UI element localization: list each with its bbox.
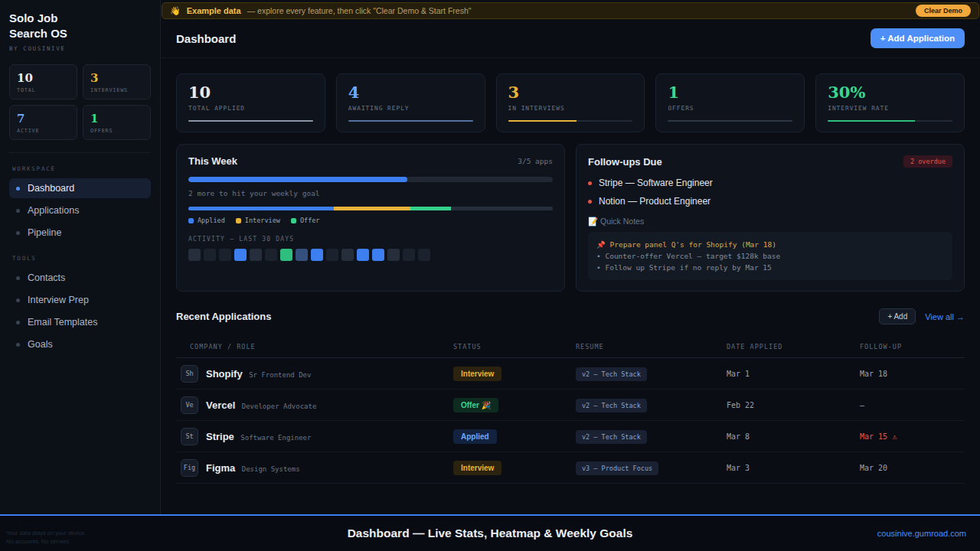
app-byline: BY COUSINIVE [9,45,151,52]
company-cell: Fig Figma Design Systems [176,459,453,477]
sidebar-item-contacts[interactable]: Contacts [9,268,151,288]
nav-dot-icon [16,298,20,302]
nav-dot-icon [16,231,20,235]
stat-label: OFFERS [90,128,143,134]
resume-chip[interactable]: v2 – Tech Stack [576,367,647,381]
followup-text: Stripe — Software Engineer [599,178,713,188]
legend-interview: Interview [236,217,280,224]
sidebar-item-applications[interactable]: Applications [9,201,151,220]
stat-value: 1 [90,112,143,126]
company-text: Stripe Software Engineer [206,429,311,443]
privacy-note: Your data stays on your device. No accou… [6,529,86,546]
breakdown-offer-segment [410,207,450,210]
note-line: • Counter-offer Vercel — target $128k ba… [596,250,944,262]
nav-label: Dashboard [28,183,74,194]
followups-title: Follow-ups Due [588,156,662,168]
nav-heading-tools: TOOLS [12,255,148,262]
stat-label: TOTAL APPLIED [188,105,313,112]
status-cell: Offer 🎉 [453,397,576,412]
heatmap-cell [357,249,369,261]
resume-chip[interactable]: v2 – Tech Stack [576,430,647,444]
stat-card-interview-rate: 30% INTERVIEW RATE [815,73,965,132]
table-row-figma[interactable]: Fig Figma Design Systems Interview v3 – … [176,452,965,484]
status-cell: Applied [453,429,576,444]
nav-label: Interview Prep [28,295,89,305]
stat-bar [668,120,792,122]
breakdown-applied-segment [188,207,334,210]
stat-value: 4 [348,83,473,102]
legend-swatch-interview [236,218,241,223]
sidebar-stat-active: 7 ACTIVE [9,105,77,140]
column-status: STATUS [453,343,576,350]
resume-chip[interactable]: v3 – Product Focus [576,461,658,475]
stat-card-offers: 1 OFFERS [655,73,805,132]
sidebar-item-pipeline[interactable]: Pipeline [9,223,151,243]
add-application-button[interactable]: + Add Application [871,28,965,48]
nav-dot-icon [16,276,20,280]
followup-item[interactable]: Stripe — Software Engineer [588,178,952,188]
followup-item[interactable]: Notion — Product Engineer [588,196,952,207]
nav-heading-workspace: WORKSPACE [12,165,148,172]
status-badge[interactable]: Offer 🎉 [453,398,498,412]
resume-cell: v2 – Tech Stack [576,397,727,412]
view-all-link[interactable]: View all → [925,312,965,321]
gumroad-link[interactable]: cousinive.gumroad.com [877,529,966,538]
table-row-vercel[interactable]: Ve Vercel Developer Advocate Offer 🎉 v2 … [176,390,965,421]
followups-card: Follow-ups Due 2 overdue Stripe — Softwa… [576,144,965,292]
company-name: Vercel [206,399,235,411]
stat-bar-fill [348,120,473,122]
clear-demo-button[interactable]: Clear Demo [916,5,971,17]
sidebar-item-dashboard[interactable]: Dashboard [9,178,151,198]
sidebar-item-email-templates[interactable]: Email Templates [9,312,151,332]
sidebar-item-interview-prep[interactable]: Interview Prep [9,290,151,310]
heatmap-cell [204,249,216,261]
heatmap-cell [341,249,354,261]
sidebar-item-goals[interactable]: Goals [9,334,151,354]
stat-bar [348,120,473,122]
stat-label: AWAITING REPLY [348,105,473,112]
company-cell: St Stripe Software Engineer [176,428,453,445]
date-applied: Mar 3 [727,464,860,472]
table-row-shopify[interactable]: Sh Shopify Sr Frontend Dev Interview v2 … [176,358,965,390]
date-applied: Mar 8 [727,432,860,441]
followup-date: Mar 18 [860,370,965,378]
applications-table: COMPANY / ROLE STATUS RESUME DATE APPLIE… [176,335,965,484]
resume-chip[interactable]: v2 – Tech Stack [576,399,647,412]
legend-swatch-applied [188,218,194,223]
stat-card-awaiting-reply: 4 AWAITING REPLY [336,73,485,132]
quick-notes-box[interactable]: 📌 Prepare panel Q's for Shopify (Mar 18)… [588,232,952,280]
followups-header: Follow-ups Due 2 overdue [588,155,952,168]
table-row-stripe[interactable]: St Stripe Software Engineer Applied v2 –… [176,421,965,452]
stat-value: 7 [17,112,70,126]
status-badge[interactable]: Applied [453,429,497,444]
breakdown-interview-segment [334,207,410,210]
stat-value: 30% [828,83,952,102]
status-badge[interactable]: Interview [453,461,501,475]
wave-emoji-icon: 👋 [170,6,181,16]
stat-label: TOTAL [17,87,70,93]
note-line: 📌 Prepare panel Q's for Shopify (Mar 18) [596,239,944,250]
company-cell: Sh Shopify Sr Frontend Dev [176,365,453,383]
weekly-goal-counter: 3/5 apps [518,157,553,165]
status-breakdown-bar [188,207,553,210]
heatmap-cell [387,249,400,261]
company-text: Shopify Sr Frontend Dev [206,367,311,380]
status-badge[interactable]: Interview [453,367,501,381]
legend-label: Applied [198,217,225,224]
column-date-applied: DATE APPLIED [727,343,860,350]
heatmap-cell [372,249,384,261]
heatmap-cell [326,249,338,261]
sidebar: Solo Job Search OS BY COUSINIVE 10 TOTAL… [0,0,161,514]
sidebar-stat-interviews: 3 INTERVIEWS [83,64,151,99]
nav-label: Pipeline [28,227,61,238]
sidebar-stat-total: 10 TOTAL [9,64,77,99]
company-role: Software Engineer [240,434,311,442]
banner-message: — explore every feature, then click "Cle… [247,6,472,15]
breakdown-rest-segment [451,207,553,210]
company-avatar: St [181,428,198,445]
company-name: Figma [206,462,235,474]
legend-offer: Offer [291,217,320,224]
add-row-button[interactable]: + Add [879,308,916,324]
date-applied: Mar 1 [727,370,860,378]
resume-cell: v2 – Tech Stack [576,366,727,381]
